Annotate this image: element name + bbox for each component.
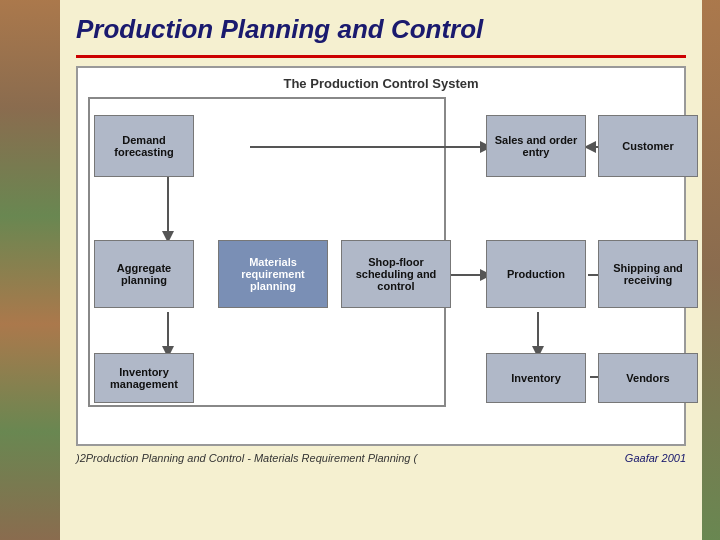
footer: )2Production Planning and Control - Mate…	[76, 452, 686, 464]
decorative-right-bar	[702, 0, 720, 540]
footer-left: )2Production Planning and Control - Mate…	[76, 452, 417, 464]
title-underline	[76, 55, 686, 58]
page-title: Production Planning and Control	[76, 14, 686, 45]
production-box: Production	[486, 240, 586, 308]
shipping-receiving-box: Shipping and receiving	[598, 240, 698, 308]
aggregate-planning-box: Aggregate planning	[94, 240, 194, 308]
demand-forecasting-box: Demand forecasting	[94, 115, 194, 177]
footer-right: Gaafar 2001	[625, 452, 686, 464]
inventory-management-box: Inventory management	[94, 353, 194, 403]
diagram-container: Demand forecasting Sales and order entry…	[88, 97, 674, 412]
diagram-box: The Production Control System	[76, 66, 686, 446]
vendors-box: Vendors	[598, 353, 698, 403]
sales-order-box: Sales and order entry	[486, 115, 586, 177]
customer-box: Customer	[598, 115, 698, 177]
main-content: Production Planning and Control The Prod…	[60, 0, 702, 540]
diagram-title: The Production Control System	[88, 76, 674, 91]
inventory-box: Inventory	[486, 353, 586, 403]
materials-requirement-box: Materials requirement planning	[218, 240, 328, 308]
shopfloor-box: Shop-floor scheduling and control	[341, 240, 451, 308]
decorative-left-bar	[0, 0, 60, 540]
